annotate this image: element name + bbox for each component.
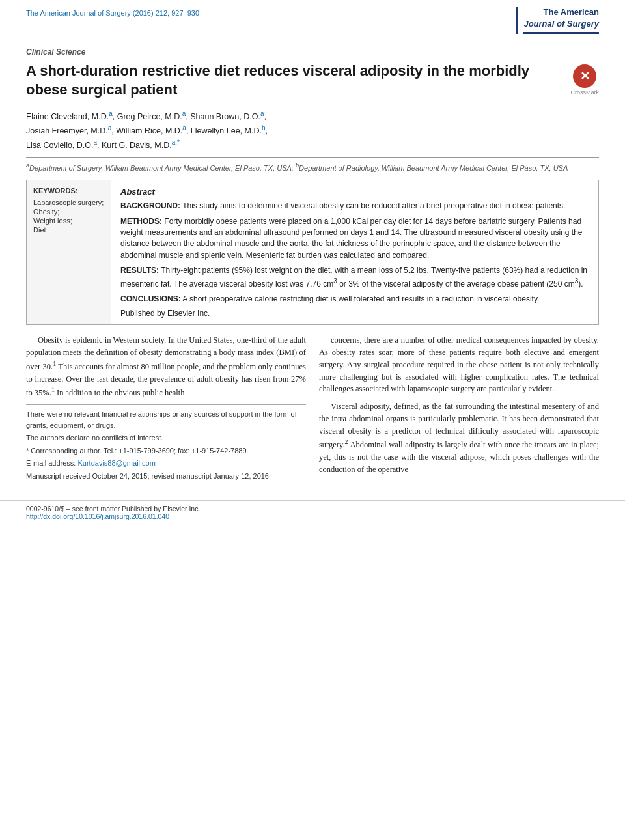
crossmark-label: CrossMark [570,89,599,96]
footnote-3: * Corresponding author. Tel.: +1-915-799… [26,445,306,456]
authors: Elaine Cleveland, M.D.a, Greg Peirce, M.… [26,109,599,152]
abstract-section: KEYWORDS: Laparoscopic surgery; Obesity;… [26,180,599,325]
abstract-heading: Abstract [120,187,589,197]
keyword-weight-loss: Weight loss; [33,217,104,225]
logo-line1: The American [523,7,599,18]
page: The American Journal of Surgery (2016) 2… [0,0,625,840]
results-text: Thirty-eight patients (95%) lost weight … [120,266,587,288]
abstract-panel: Abstract BACKGROUND: This study aims to … [111,180,598,324]
doi-link[interactable]: http://dx.doi.org/10.1016/j.amjsurg.2016… [26,512,169,520]
keyword-obesity: Obesity; [33,208,104,216]
body-para-2: concerns, there are a number of other me… [319,334,599,395]
affiliations: aDepartment of Surgery, William Beaumont… [26,157,599,173]
keywords-title: KEYWORDS: [33,187,104,195]
body-section: Obesity is epidemic in Western society. … [26,334,599,483]
footnote-2: The authors declare no conflicts of inte… [26,432,306,443]
col-left: Obesity is epidemic in Western society. … [26,334,306,483]
body-para-3: Visceral adiposity, defined, as the fat … [319,400,599,476]
top-bar: The American Journal of Surgery (2016) 2… [0,0,625,38]
background-label: BACKGROUND: [120,201,180,210]
abstract-methods: METHODS: Forty morbidly obese patients w… [120,216,589,262]
background-text: This study aims to determine if visceral… [182,201,565,210]
section-label: Clinical Science [26,48,599,57]
footnote-dates: Manuscript received October 24, 2015; re… [26,471,306,482]
issn-line: 0002-9610/$ – see front matter Published… [26,505,599,512]
article-title-row: A short-duration restrictive diet reduce… [26,62,599,99]
methods-text: Forty morbidly obese patients were place… [120,217,583,260]
abstract-results: RESULTS: Thirty-eight patients (95%) los… [120,265,589,290]
journal-logo: The American Journal of Surgery [516,7,599,34]
footnote-1: There were no relevant financial relatio… [26,409,306,430]
crossmark: ✕ CrossMark [570,64,599,96]
abstract-background: BACKGROUND: This study aims to determine… [120,201,589,212]
body-para-1: Obesity is epidemic in Western society. … [26,334,306,399]
crossmark-icon: ✕ [573,64,596,88]
keywords-panel: KEYWORDS: Laparoscopic surgery; Obesity;… [27,180,111,324]
col-right: concerns, there are a number of other me… [319,334,599,483]
email-link[interactable]: Kurtdavis88@gmail.com [77,459,155,467]
abstract-published: Published by Elsevier Inc. [120,309,589,318]
article-title: A short-duration restrictive diet reduce… [26,62,559,99]
journal-citation: The American Journal of Surgery (2016) 2… [26,7,199,17]
bottom-bar: 0002-9610/$ – see front matter Published… [0,500,625,524]
footnote-email: E-mail address: Kurtdavis88@gmail.com [26,458,306,469]
keyword-laparoscopic: Laparoscopic surgery; [33,199,104,206]
conclusions-label: CONCLUSIONS: [120,294,181,303]
abstract-conclusions: CONCLUSIONS: A short preoperative calori… [120,294,589,305]
conclusions-text: A short preoperative calorie restricting… [182,294,539,303]
methods-label: METHODS: [120,217,162,226]
logo-line2: Journal of Surgery [523,18,599,30]
main-content: Clinical Science A short-duration restri… [0,38,625,500]
keyword-diet: Diet [33,226,104,234]
results-label: RESULTS: [120,266,159,275]
footnotes: There were no relevant financial relatio… [26,404,306,481]
